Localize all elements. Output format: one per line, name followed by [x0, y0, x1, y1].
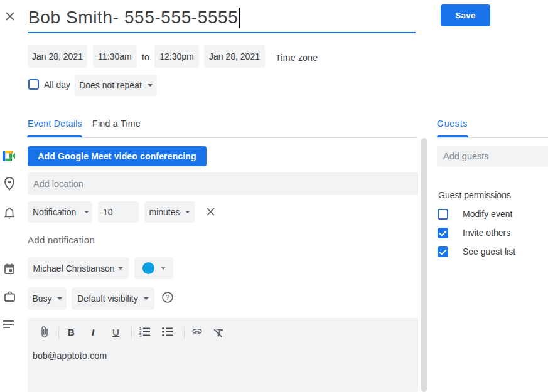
svg-text:3: 3	[139, 334, 142, 337]
svg-text:?: ?	[166, 294, 169, 301]
